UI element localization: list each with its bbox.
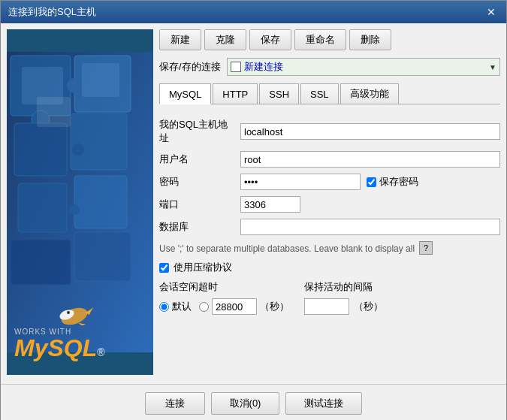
- custom-radio[interactable]: [199, 302, 209, 312]
- left-panel: WORKS WITH MySQL ®: [7, 29, 153, 375]
- mysql-logo-area: WORKS WITH MySQL ®: [14, 301, 105, 360]
- keepalive-input-row: （秒）: [304, 298, 383, 315]
- combo-checkbox: [231, 62, 241, 72]
- keepalive-title: 保持活动的间隔: [304, 280, 383, 294]
- default-radio-group: 默认: [159, 300, 192, 313]
- help-button[interactable]: ?: [419, 241, 433, 255]
- session-radio-group: 默认 （秒）: [159, 298, 289, 315]
- bottom-bar: 连接 取消(0) 测试连接: [1, 384, 506, 420]
- connection-dropdown[interactable]: 新建连接 ▼: [227, 58, 500, 76]
- svg-rect-9: [11, 240, 71, 285]
- username-label: 用户名: [159, 153, 234, 166]
- custom-radio-group: （秒）: [199, 298, 289, 315]
- toolbar: 新建 克隆 保存 重命名 删除: [159, 29, 500, 50]
- port-row: 端口: [159, 196, 500, 213]
- port-label: 端口: [159, 198, 234, 211]
- database-label: 数据库: [159, 220, 234, 234]
- svg-rect-7: [18, 183, 67, 232]
- username-row: 用户名: [159, 151, 500, 168]
- host-input[interactable]: [240, 123, 500, 140]
- save-button[interactable]: 保存: [249, 29, 291, 50]
- host-label: 我的SQL主机地址: [159, 118, 234, 145]
- database-input[interactable]: [240, 219, 500, 235]
- tab-ssl[interactable]: SSL: [300, 83, 339, 104]
- new-button[interactable]: 新建: [159, 29, 201, 50]
- session-section: 会话空闲超时 默认 （秒）: [159, 280, 289, 315]
- save-connection-row: 保存/存的连接 新建连接 ▼: [159, 58, 500, 76]
- svg-rect-15: [37, 97, 71, 127]
- session-title: 会话空闲超时: [159, 280, 289, 294]
- tab-bar: MySQL HTTP SSH SSL 高级功能: [159, 83, 500, 104]
- default-radio[interactable]: [159, 302, 169, 312]
- clone-button[interactable]: 克隆: [204, 29, 246, 50]
- password-input[interactable]: [240, 174, 361, 190]
- mysql-dot: ®: [97, 346, 104, 358]
- svg-rect-10: [74, 232, 131, 281]
- combo-text: 新建连接: [244, 60, 489, 74]
- right-panel: 新建 克隆 保存 重命名 删除 保存/存的连接 新建连接 ▼ MySQL HTT…: [159, 29, 500, 375]
- tab-advanced[interactable]: 高级功能: [340, 83, 399, 104]
- password-label: 密码: [159, 175, 234, 189]
- keepalive-seconds-label: （秒）: [354, 300, 383, 313]
- tab-ssh[interactable]: SSH: [259, 83, 299, 104]
- dropdown-arrow-icon: ▼: [489, 63, 496, 71]
- content-area: WORKS WITH MySQL ® 新建 克隆 保存 重命名 删除 保存/存的…: [1, 23, 506, 381]
- session-keepalive-row: 会话空闲超时 默认 （秒）: [159, 280, 500, 315]
- rename-button[interactable]: 重命名: [294, 29, 346, 50]
- password-row: 密码 保存密码: [159, 174, 500, 190]
- host-row: 我的SQL主机地址: [159, 118, 500, 145]
- tab-http[interactable]: HTTP: [213, 83, 258, 104]
- compress-label[interactable]: 使用压缩协议: [174, 261, 232, 274]
- database-hint: Use ';' to separate multiple databases. …: [159, 243, 415, 254]
- test-connection-button[interactable]: 测试连接: [285, 392, 362, 415]
- port-input[interactable]: [240, 196, 300, 213]
- tab-mysql[interactable]: MySQL: [159, 83, 211, 104]
- svg-rect-12: [82, 63, 119, 97]
- save-password-checkbox[interactable]: [367, 177, 376, 187]
- svg-rect-8: [74, 176, 127, 228]
- username-input[interactable]: [240, 151, 500, 168]
- compress-checkbox[interactable]: [159, 263, 169, 273]
- connect-button[interactable]: 连接: [145, 392, 205, 415]
- default-radio-label[interactable]: 默认: [172, 300, 192, 313]
- save-password-check: 保存密码: [367, 175, 418, 189]
- keepalive-section: 保持活动的间隔 （秒）: [304, 280, 383, 315]
- svg-point-4: [67, 78, 82, 93]
- mysql-brand-text: MySQL: [14, 336, 97, 360]
- svg-rect-5: [14, 123, 67, 176]
- session-seconds-label: （秒）: [260, 300, 289, 313]
- cancel-button[interactable]: 取消(0): [211, 392, 280, 415]
- keepalive-input[interactable]: [304, 298, 349, 315]
- hint-row: Use ';' to separate multiple databases. …: [159, 241, 500, 255]
- compress-row: 使用压缩协议: [159, 261, 500, 274]
- svg-rect-6: [71, 113, 127, 170]
- save-connection-label: 保存/存的连接: [159, 60, 221, 74]
- main-window: 连接到我的SQL主机 ✕: [0, 0, 507, 420]
- svg-point-13: [72, 144, 84, 156]
- database-row: 数据库: [159, 219, 500, 235]
- form-area: 我的SQL主机地址 用户名 密码 保存密码: [159, 115, 500, 318]
- save-password-label[interactable]: 保存密码: [379, 175, 418, 189]
- title-bar: 连接到我的SQL主机 ✕: [1, 1, 506, 23]
- delete-button[interactable]: 删除: [349, 29, 391, 50]
- close-button[interactable]: ✕: [484, 6, 499, 18]
- svg-point-14: [69, 204, 80, 215]
- svg-point-18: [67, 311, 70, 314]
- session-input[interactable]: [212, 298, 257, 315]
- window-title: 连接到我的SQL主机: [8, 5, 96, 19]
